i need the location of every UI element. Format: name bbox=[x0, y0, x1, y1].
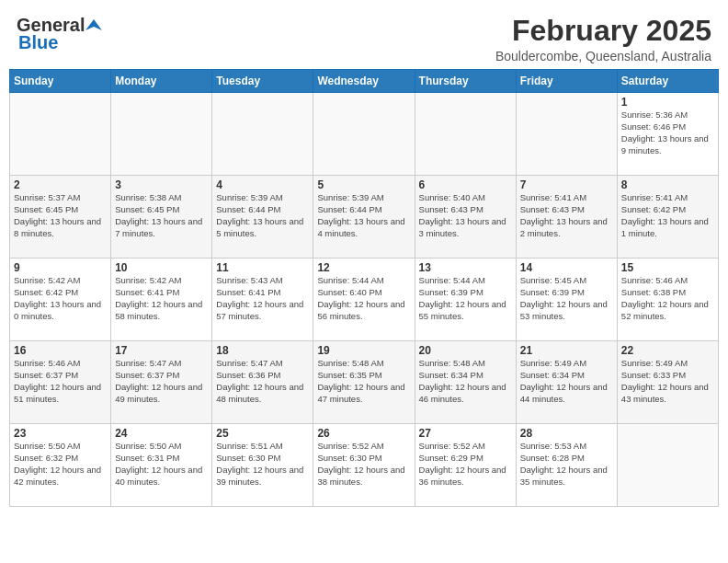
day-number: 10 bbox=[115, 261, 208, 274]
day-info: Sunrise: 5:37 AMSunset: 6:45 PMDaylight:… bbox=[14, 192, 107, 239]
week-row-1: 1Sunrise: 5:36 AMSunset: 6:46 PMDaylight… bbox=[10, 93, 719, 176]
day-number: 8 bbox=[621, 178, 714, 191]
day-number: 24 bbox=[115, 427, 208, 440]
day-number: 17 bbox=[115, 344, 208, 357]
day-info: Sunrise: 5:39 AMSunset: 6:44 PMDaylight:… bbox=[317, 192, 410, 239]
day-cell-6: 6Sunrise: 5:40 AMSunset: 6:43 PMDaylight… bbox=[415, 176, 516, 259]
day-cell-7: 7Sunrise: 5:41 AMSunset: 6:43 PMDaylight… bbox=[516, 176, 617, 259]
day-info: Sunrise: 5:52 AMSunset: 6:29 PMDaylight:… bbox=[419, 441, 512, 488]
day-info: Sunrise: 5:49 AMSunset: 6:34 PMDaylight:… bbox=[520, 358, 613, 405]
day-cell-19: 19Sunrise: 5:48 AMSunset: 6:35 PMDayligh… bbox=[313, 341, 415, 424]
day-number: 11 bbox=[216, 261, 309, 274]
weekday-header-monday: Monday bbox=[111, 70, 212, 93]
day-cell-14: 14Sunrise: 5:45 AMSunset: 6:39 PMDayligh… bbox=[516, 259, 617, 341]
day-number: 2 bbox=[14, 178, 107, 191]
day-cell-3: 3Sunrise: 5:38 AMSunset: 6:45 PMDaylight… bbox=[111, 176, 212, 259]
day-info: Sunrise: 5:46 AMSunset: 6:37 PMDaylight:… bbox=[14, 358, 107, 405]
day-number: 18 bbox=[216, 344, 309, 357]
week-row-2: 2Sunrise: 5:37 AMSunset: 6:45 PMDaylight… bbox=[10, 176, 719, 259]
title-block: February 2025 Bouldercombe, Queensland, … bbox=[495, 15, 711, 63]
day-number: 14 bbox=[520, 261, 613, 274]
day-cell-9: 9Sunrise: 5:42 AMSunset: 6:42 PMDaylight… bbox=[10, 259, 111, 341]
day-number: 21 bbox=[520, 344, 613, 357]
day-number: 5 bbox=[317, 178, 410, 191]
day-number: 7 bbox=[520, 178, 613, 191]
day-info: Sunrise: 5:45 AMSunset: 6:39 PMDaylight:… bbox=[520, 275, 613, 322]
day-info: Sunrise: 5:47 AMSunset: 6:37 PMDaylight:… bbox=[115, 358, 208, 405]
day-number: 3 bbox=[115, 178, 208, 191]
day-cell-4: 4Sunrise: 5:39 AMSunset: 6:44 PMDaylight… bbox=[212, 176, 313, 259]
logo-blue: Blue bbox=[18, 32, 58, 53]
month-title: February 2025 bbox=[495, 15, 711, 47]
day-info: Sunrise: 5:46 AMSunset: 6:38 PMDaylight:… bbox=[621, 275, 714, 322]
weekday-header-row: SundayMondayTuesdayWednesdayThursdayFrid… bbox=[10, 70, 719, 93]
day-cell-21: 21Sunrise: 5:49 AMSunset: 6:34 PMDayligh… bbox=[516, 341, 617, 424]
day-info: Sunrise: 5:43 AMSunset: 6:41 PMDaylight:… bbox=[216, 275, 309, 322]
empty-cell bbox=[111, 93, 212, 176]
day-number: 9 bbox=[14, 261, 107, 274]
day-number: 1 bbox=[621, 96, 714, 109]
day-info: Sunrise: 5:48 AMSunset: 6:34 PMDaylight:… bbox=[419, 358, 512, 405]
day-info: Sunrise: 5:40 AMSunset: 6:43 PMDaylight:… bbox=[419, 192, 512, 239]
empty-cell bbox=[10, 93, 111, 176]
weekday-header-saturday: Saturday bbox=[617, 70, 718, 93]
day-number: 26 bbox=[317, 427, 410, 440]
week-row-5: 23Sunrise: 5:50 AMSunset: 6:32 PMDayligh… bbox=[10, 424, 719, 507]
empty-cell bbox=[212, 93, 313, 176]
day-cell-24: 24Sunrise: 5:50 AMSunset: 6:31 PMDayligh… bbox=[111, 424, 212, 507]
day-cell-27: 27Sunrise: 5:52 AMSunset: 6:29 PMDayligh… bbox=[415, 424, 516, 507]
empty-cell bbox=[313, 93, 415, 176]
day-cell-10: 10Sunrise: 5:42 AMSunset: 6:41 PMDayligh… bbox=[111, 259, 212, 341]
day-info: Sunrise: 5:36 AMSunset: 6:46 PMDaylight:… bbox=[621, 109, 714, 156]
day-cell-12: 12Sunrise: 5:44 AMSunset: 6:40 PMDayligh… bbox=[313, 259, 415, 341]
day-info: Sunrise: 5:47 AMSunset: 6:36 PMDaylight:… bbox=[216, 358, 309, 405]
day-cell-25: 25Sunrise: 5:51 AMSunset: 6:30 PMDayligh… bbox=[212, 424, 313, 507]
day-number: 15 bbox=[621, 261, 714, 274]
day-cell-28: 28Sunrise: 5:53 AMSunset: 6:28 PMDayligh… bbox=[516, 424, 617, 507]
day-info: Sunrise: 5:52 AMSunset: 6:30 PMDaylight:… bbox=[317, 441, 410, 488]
logo-bird-icon bbox=[85, 17, 102, 34]
day-info: Sunrise: 5:53 AMSunset: 6:28 PMDaylight:… bbox=[520, 441, 613, 488]
location-subtitle: Bouldercombe, Queensland, Australia bbox=[495, 49, 711, 63]
page-header: General Blue February 2025 Bouldercombe,… bbox=[9, 9, 719, 63]
day-number: 4 bbox=[216, 178, 309, 191]
day-info: Sunrise: 5:44 AMSunset: 6:40 PMDaylight:… bbox=[317, 275, 410, 322]
week-row-3: 9Sunrise: 5:42 AMSunset: 6:42 PMDaylight… bbox=[10, 259, 719, 341]
day-cell-11: 11Sunrise: 5:43 AMSunset: 6:41 PMDayligh… bbox=[212, 259, 313, 341]
day-cell-26: 26Sunrise: 5:52 AMSunset: 6:30 PMDayligh… bbox=[313, 424, 415, 507]
logo: General Blue bbox=[17, 15, 103, 53]
day-info: Sunrise: 5:51 AMSunset: 6:30 PMDaylight:… bbox=[216, 441, 309, 488]
weekday-header-tuesday: Tuesday bbox=[212, 70, 313, 93]
day-cell-20: 20Sunrise: 5:48 AMSunset: 6:34 PMDayligh… bbox=[415, 341, 516, 424]
day-info: Sunrise: 5:41 AMSunset: 6:43 PMDaylight:… bbox=[520, 192, 613, 239]
day-cell-18: 18Sunrise: 5:47 AMSunset: 6:36 PMDayligh… bbox=[212, 341, 313, 424]
day-number: 13 bbox=[419, 261, 512, 274]
weekday-header-sunday: Sunday bbox=[10, 70, 111, 93]
day-info: Sunrise: 5:38 AMSunset: 6:45 PMDaylight:… bbox=[115, 192, 208, 239]
day-info: Sunrise: 5:41 AMSunset: 6:42 PMDaylight:… bbox=[621, 192, 714, 239]
day-info: Sunrise: 5:49 AMSunset: 6:33 PMDaylight:… bbox=[621, 358, 714, 405]
day-cell-15: 15Sunrise: 5:46 AMSunset: 6:38 PMDayligh… bbox=[617, 259, 718, 341]
day-info: Sunrise: 5:48 AMSunset: 6:35 PMDaylight:… bbox=[317, 358, 410, 405]
day-cell-23: 23Sunrise: 5:50 AMSunset: 6:32 PMDayligh… bbox=[10, 424, 111, 507]
day-number: 19 bbox=[317, 344, 410, 357]
day-cell-5: 5Sunrise: 5:39 AMSunset: 6:44 PMDaylight… bbox=[313, 176, 415, 259]
day-info: Sunrise: 5:39 AMSunset: 6:44 PMDaylight:… bbox=[216, 192, 309, 239]
day-cell-16: 16Sunrise: 5:46 AMSunset: 6:37 PMDayligh… bbox=[10, 341, 111, 424]
day-cell-22: 22Sunrise: 5:49 AMSunset: 6:33 PMDayligh… bbox=[617, 341, 718, 424]
day-number: 6 bbox=[419, 178, 512, 191]
day-number: 25 bbox=[216, 427, 309, 440]
day-number: 27 bbox=[419, 427, 512, 440]
day-cell-13: 13Sunrise: 5:44 AMSunset: 6:39 PMDayligh… bbox=[415, 259, 516, 341]
weekday-header-thursday: Thursday bbox=[415, 70, 516, 93]
day-cell-8: 8Sunrise: 5:41 AMSunset: 6:42 PMDaylight… bbox=[617, 176, 718, 259]
day-cell-2: 2Sunrise: 5:37 AMSunset: 6:45 PMDaylight… bbox=[10, 176, 111, 259]
day-number: 22 bbox=[621, 344, 714, 357]
empty-cell bbox=[617, 424, 718, 507]
day-cell-1: 1Sunrise: 5:36 AMSunset: 6:46 PMDaylight… bbox=[617, 93, 718, 176]
weekday-header-friday: Friday bbox=[516, 70, 617, 93]
empty-cell bbox=[516, 93, 617, 176]
calendar-table: SundayMondayTuesdayWednesdayThursdayFrid… bbox=[9, 69, 719, 507]
day-info: Sunrise: 5:42 AMSunset: 6:42 PMDaylight:… bbox=[14, 275, 107, 322]
day-info: Sunrise: 5:50 AMSunset: 6:32 PMDaylight:… bbox=[14, 441, 107, 488]
